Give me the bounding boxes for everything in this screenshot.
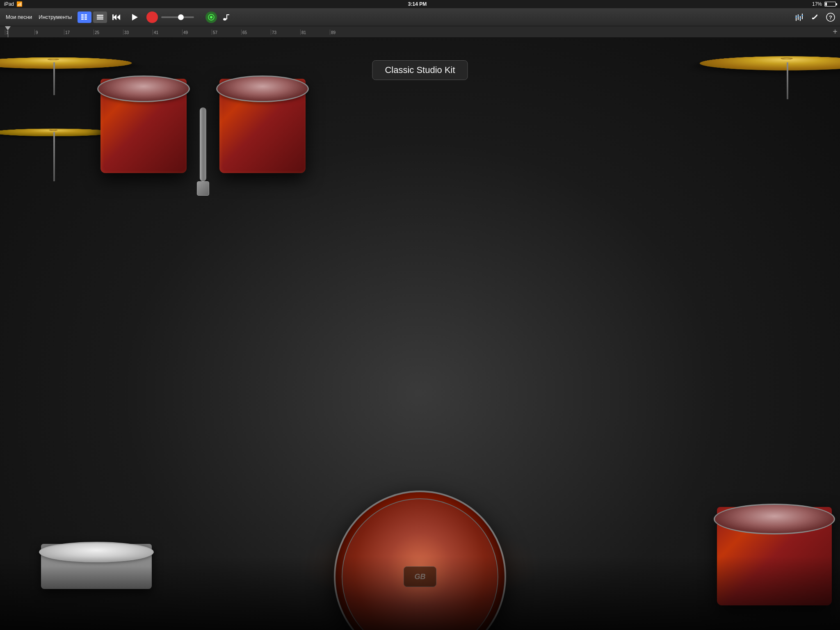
tom-2-body: [219, 79, 306, 173]
status-time: 3:14 PM: [408, 1, 420, 7]
tom-1-body: [100, 79, 187, 173]
metronome-button[interactable]: [205, 11, 217, 23]
record-button[interactable]: [146, 11, 158, 23]
volume-thumb[interactable]: [178, 14, 184, 20]
mount-rod-top: [200, 107, 206, 181]
ruler-mark-57: 57: [212, 30, 241, 35]
my-songs-button[interactable]: Мои песни: [3, 12, 34, 22]
crash-cymbal-left-body: [0, 57, 142, 69]
toolbar-left: Мои песни Инструменты: [3, 12, 74, 22]
svg-rect-0: [81, 14, 84, 16]
ruler-mark-49: 49: [182, 30, 212, 35]
svg-rect-5: [84, 18, 87, 20]
tom-2-head: [216, 75, 309, 102]
svg-rect-6: [97, 15, 103, 16]
svg-rect-17: [226, 14, 229, 15]
svg-rect-1: [84, 14, 87, 16]
svg-marker-12: [132, 14, 138, 21]
grid-view-button[interactable]: [78, 11, 91, 23]
rewind-button[interactable]: [110, 11, 123, 23]
svg-rect-8: [97, 18, 103, 20]
kit-name-badge[interactable]: Classic Studio Kit: [372, 60, 420, 80]
status-bar: iPad 📶 3:14 PM 17%: [0, 0, 420, 8]
ipad-label: iPad: [4, 1, 14, 7]
ruler-mark-81: 81: [300, 30, 330, 35]
ruler-mark-41: 41: [153, 30, 182, 35]
note-button[interactable]: [220, 11, 233, 23]
wifi-icon: 📶: [16, 1, 23, 7]
ruler-mark-25: 25: [94, 30, 123, 35]
svg-rect-3: [84, 16, 87, 18]
transport-controls: [110, 11, 158, 23]
svg-rect-7: [97, 16, 103, 18]
ruler-mark-89: 89: [330, 30, 359, 35]
tom-2[interactable]: [219, 79, 306, 173]
status-left: iPad 📶: [4, 1, 23, 7]
volume-control: [161, 16, 202, 18]
metronome-icon: [208, 14, 215, 21]
play-button[interactable]: [128, 11, 141, 23]
grid-view-icon: [81, 14, 88, 20]
tom-1-head: [97, 75, 190, 102]
drum-scene: Classic Studio Kit: [0, 38, 420, 315]
rewind-icon: [112, 14, 121, 21]
note-icon: [223, 14, 230, 21]
ruler: 1 9 17 25 33 41 49 57 65 73 81 89 +: [0, 26, 420, 38]
ruler-mark-17: 17: [64, 30, 94, 35]
hihat-stand: [53, 132, 55, 181]
mount-rod: [187, 107, 219, 210]
play-icon: [130, 13, 139, 21]
svg-marker-9: [113, 14, 116, 20]
svg-rect-4: [81, 18, 84, 20]
ruler-marks: 1 9 17 25 33 41 49 57 65 73 81 89: [5, 30, 359, 35]
hihat-cymbal[interactable]: [0, 120, 115, 144]
svg-marker-10: [117, 14, 120, 20]
ruler-mark-1: 1: [5, 30, 34, 35]
crash-cymbal-left-stand: [53, 62, 55, 95]
view-toggle: [78, 11, 107, 23]
toolbar: Мои песни Инструменты: [0, 8, 420, 26]
instruments-button[interactable]: Инструменты: [36, 12, 74, 22]
ruler-mark-9: 9: [34, 30, 64, 35]
tom-1[interactable]: [100, 79, 187, 173]
track-view-icon: [97, 14, 103, 20]
ruler-mark-73: 73: [271, 30, 300, 35]
svg-point-15: [223, 18, 226, 21]
ruler-mark-33: 33: [123, 30, 153, 35]
svg-rect-2: [81, 16, 84, 18]
svg-rect-11: [112, 14, 114, 20]
mount-rod-clamp: [197, 181, 209, 196]
svg-point-14: [210, 16, 212, 18]
track-view-button[interactable]: [93, 11, 107, 23]
volume-slider[interactable]: [161, 16, 194, 18]
kit-name-text: Classic Studio Kit: [385, 65, 420, 75]
ruler-mark-65: 65: [241, 30, 271, 35]
